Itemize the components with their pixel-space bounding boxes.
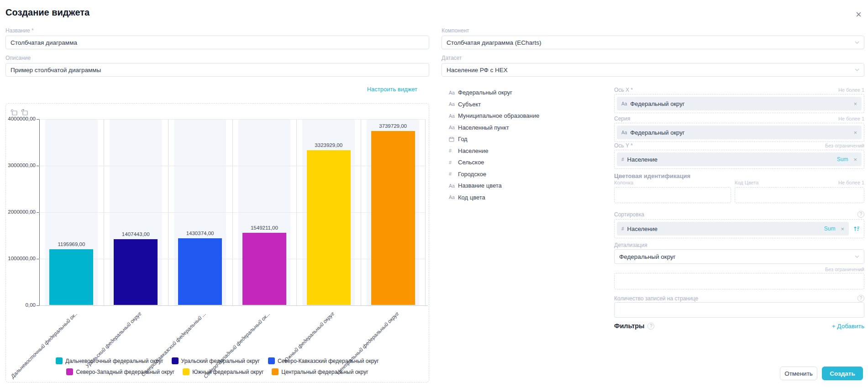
chart-bar[interactable] — [178, 238, 222, 305]
calendar-icon — [449, 136, 458, 142]
remove-icon[interactable]: × — [853, 100, 857, 107]
chart-bar[interactable] — [371, 131, 415, 305]
page-size-label: Количество записей на странице — [614, 295, 698, 302]
chart-bar[interactable] — [114, 239, 158, 305]
aggregation-tag[interactable]: Sum — [824, 225, 836, 232]
color-ident-sublabels: Колонка Код Цвета Не более 1 — [614, 180, 864, 186]
y-axis-tick — [37, 166, 39, 166]
cancel-button[interactable]: Отменить — [780, 367, 817, 380]
chevron-down-icon — [855, 41, 859, 44]
field-list-item[interactable]: АаМуниципальное образование — [449, 110, 600, 122]
field-list-item[interactable]: #Население — [449, 145, 600, 157]
field-list-item[interactable]: #Сельское — [449, 157, 600, 168]
number-field-icon: # — [449, 148, 458, 153]
description-input[interactable] — [5, 63, 429, 77]
zoom-select-icon[interactable] — [11, 109, 18, 116]
y-axis-label: 0,00 — [5, 302, 36, 308]
bar-value-label: 1430374,00 — [168, 231, 232, 236]
field-label: Население — [458, 147, 488, 154]
legend-item[interactable]: Северо-Кавказский федеральный округ — [268, 357, 379, 364]
axis-x-label-row: Ось X * Не более 1 — [614, 87, 864, 93]
bar-value-label: 1549211,00 — [232, 225, 296, 231]
axis-y-dropzone[interactable]: # Население Sum × — [614, 150, 864, 169]
chip-label: Население — [627, 156, 837, 163]
text-field-icon: Аа — [449, 183, 458, 189]
field-list-item[interactable]: АаФедеральный округ — [449, 87, 600, 99]
x-axis-label: Южный федеральный округ — [283, 311, 336, 364]
name-input[interactable] — [5, 36, 429, 49]
chevron-down-icon — [855, 255, 859, 258]
axis-x-dropzone[interactable]: Аа Федеральный округ × — [614, 94, 864, 113]
field-list-item[interactable]: Год — [449, 133, 600, 145]
help-icon[interactable]: ? — [857, 211, 864, 218]
text-field-icon: Аа — [449, 90, 458, 95]
help-icon[interactable]: ? — [647, 323, 654, 330]
create-button[interactable]: Создать — [822, 367, 863, 380]
legend-item[interactable]: Северо-Западный федеральный округ — [66, 368, 174, 375]
x-axis-line — [37, 305, 428, 306]
chart-bar[interactable] — [307, 150, 351, 305]
add-filter-button[interactable]: + Добавить — [832, 323, 864, 330]
field-label: Название цвета — [458, 182, 502, 189]
sorting-dropzone[interactable]: # Население Sum × — [614, 219, 864, 238]
field-list-item[interactable]: #Городское — [449, 168, 600, 180]
close-icon[interactable]: × — [856, 10, 862, 19]
chart-bar[interactable] — [49, 249, 93, 305]
configure-widget-link[interactable]: Настроить виджет — [5, 86, 417, 93]
grid-line-horizontal — [39, 212, 425, 213]
chart-legend: Дальневосточный федеральный округУральск… — [35, 357, 400, 375]
sorting-chip[interactable]: # Население Sum × — [617, 222, 849, 236]
chip-label: Федеральный округ — [630, 129, 853, 136]
grid-line-horizontal — [39, 259, 425, 259]
remove-icon[interactable]: × — [841, 225, 844, 232]
detail-select[interactable]: Федеральный округ — [614, 249, 864, 264]
legend-item[interactable]: Южный федеральный округ — [183, 368, 263, 375]
y-axis-tick — [37, 212, 39, 213]
legend-label: Северо-Кавказский федеральный округ — [278, 358, 379, 364]
y-axis-tick — [37, 305, 39, 306]
component-select[interactable]: Столбчатая диаграмма (ECharts) — [442, 36, 864, 49]
help-icon[interactable]: ? — [857, 295, 864, 302]
axis-x-chip[interactable]: Аа Федеральный округ × — [617, 97, 862, 110]
bar-value-label: 3323929,00 — [297, 142, 361, 148]
series-dropzone[interactable]: Аа Федеральный округ × — [614, 123, 864, 142]
field-list-item[interactable]: АаКод цвета — [449, 192, 600, 204]
color-column-dropzone[interactable] — [614, 187, 731, 203]
remove-icon[interactable]: × — [853, 129, 857, 136]
legend-item[interactable]: Центральный федеральный округ — [272, 368, 368, 375]
aggregation-tag[interactable]: Sum — [837, 156, 848, 163]
legend-item[interactable]: Уральский федеральный округ — [172, 357, 260, 364]
page-size-input[interactable] — [614, 302, 864, 318]
text-field-icon: Аа — [449, 194, 458, 200]
dialog-footer: Отменить Создать — [780, 367, 863, 380]
component-value: Столбчатая диаграмма (ECharts) — [447, 39, 541, 46]
text-field-icon: Аа — [449, 125, 458, 130]
legend-item[interactable]: Дальневосточный федеральный округ — [56, 357, 163, 364]
legend-label: Уральский федеральный округ — [181, 358, 260, 364]
text-field-icon: Аа — [449, 101, 458, 107]
sort-order-icon[interactable] — [853, 226, 860, 231]
chart-bar[interactable] — [242, 233, 286, 305]
series-label: Серия — [614, 115, 630, 122]
series-chip[interactable]: Аа Федеральный округ × — [617, 126, 862, 139]
text-field-icon: Аа — [621, 101, 627, 106]
legend-label: Южный федеральный округ — [192, 369, 263, 375]
axis-y-chip[interactable]: # Население Sum × — [617, 152, 862, 166]
restore-icon[interactable] — [21, 109, 28, 116]
sorting-label-row: Сортировка ? — [614, 211, 864, 218]
legend-label: Северо-Западный федеральный округ — [76, 369, 174, 375]
sorting-label: Сортировка — [614, 211, 644, 218]
dataset-select[interactable]: Население РФ с HEX — [442, 63, 864, 77]
color-column-label: Колонка — [614, 180, 633, 185]
remove-icon[interactable]: × — [853, 156, 857, 163]
field-list-item[interactable]: АаСубъект — [449, 99, 600, 110]
color-code-dropzone[interactable] — [735, 187, 864, 203]
field-list-item[interactable]: АаНаселенный пункт — [449, 122, 600, 134]
series-hint: Не более 1 — [838, 116, 864, 121]
dataset-label: Датасет — [442, 55, 462, 61]
field-list-item[interactable]: АаНазвание цвета — [449, 180, 600, 192]
legend-label: Дальневосточный федеральный округ — [65, 358, 163, 364]
bar-value-label: 1195969,00 — [39, 241, 103, 247]
limit-hint: Без ограничений — [614, 267, 864, 272]
limit-dropzone[interactable] — [614, 273, 864, 289]
